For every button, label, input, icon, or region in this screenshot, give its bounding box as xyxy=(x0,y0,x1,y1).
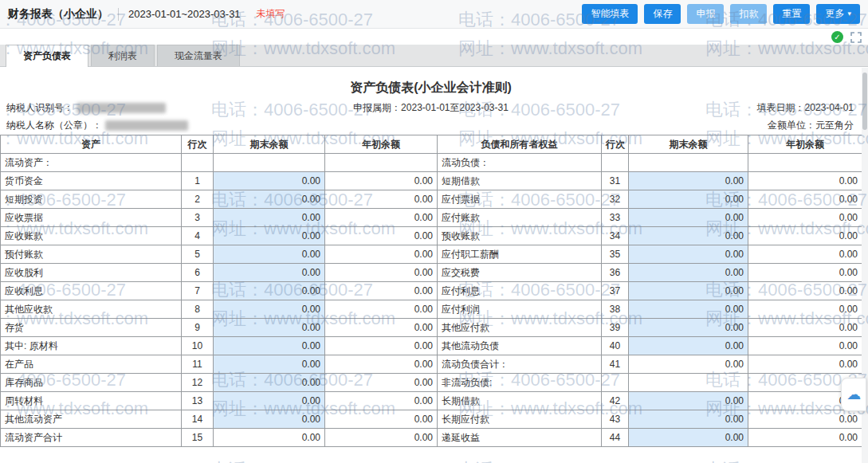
liability-line-number: 42 xyxy=(602,392,629,410)
asset-line-number: 7 xyxy=(182,282,214,300)
liability-line-number: 40 xyxy=(602,337,629,355)
declare-button[interactable]: 申报 xyxy=(687,4,724,24)
liability-ending-balance-cell[interactable]: 0.00 xyxy=(629,410,748,429)
asset-ending-balance-cell[interactable]: 0.00 xyxy=(214,245,325,264)
more-button[interactable]: 更多▾ xyxy=(816,4,860,24)
asset-name-cell: 短期投资 xyxy=(1,190,182,209)
liability-ending-balance-cell[interactable]: 0.00 xyxy=(629,300,748,319)
liability-name-cell: 流动负债： xyxy=(438,154,602,172)
table-row: 流动资产合计150.000.00递延收益440.000.00 xyxy=(1,429,862,447)
liability-name-cell: 其他流动负债 xyxy=(438,337,602,355)
table-row: 应收股利60.000.00应交税费360.000.00 xyxy=(1,264,862,282)
tab-income-statement[interactable]: 利润表 xyxy=(91,45,155,66)
liability-line-number: 31 xyxy=(602,172,629,190)
asset-line-number: 15 xyxy=(182,429,214,447)
table-row: 库存商品120.000.00非流动负债: xyxy=(1,374,862,392)
tab-balance-sheet[interactable]: 资产负债表 xyxy=(6,45,88,67)
liability-ending-balance-cell[interactable]: 0.00 xyxy=(629,209,748,227)
asset-beginning-balance-cell: 0.00 xyxy=(325,429,438,447)
table-row: 在产品110.000.00流动负债合计：410.000.00 xyxy=(1,355,862,374)
asset-ending-balance-cell[interactable]: 0.00 xyxy=(214,190,325,209)
liability-line-number: 35 xyxy=(602,245,629,264)
liability-ending-balance-cell[interactable]: 0.00 xyxy=(629,337,748,355)
asset-ending-balance-cell[interactable]: 0.00 xyxy=(214,172,325,190)
asset-ending-balance-cell[interactable]: 0.00 xyxy=(214,319,325,337)
asset-ending-balance-cell[interactable]: 0.00 xyxy=(214,227,325,245)
tab-cash-flow[interactable]: 现金流量表 xyxy=(157,45,240,66)
asset-name-cell: 在产品 xyxy=(1,355,182,374)
asset-beginning-balance-cell: 0.00 xyxy=(325,282,438,300)
asset-ending-balance-cell[interactable]: 0.00 xyxy=(214,337,325,355)
liability-name-cell: 应付利息 xyxy=(438,282,602,300)
asset-ending-balance-cell[interactable]: 0.00 xyxy=(214,282,325,300)
liability-ending-balance-cell[interactable]: 0.00 xyxy=(629,429,748,447)
liability-ending-balance-cell[interactable]: 0.00 xyxy=(629,282,748,300)
liability-name-cell: 非流动负债: xyxy=(438,374,602,392)
caret-down-icon: ▾ xyxy=(847,10,851,18)
liability-ending-balance-cell[interactable]: 0.00 xyxy=(629,392,748,410)
asset-ending-balance-cell[interactable]: 0.00 xyxy=(214,374,325,392)
table-body: 流动资产：流动负债：货币资金10.000.00短期借款310.000.00短期投… xyxy=(1,154,862,447)
asset-name-cell: 存货 xyxy=(1,319,182,337)
asset-beginning-balance-cell: 0.00 xyxy=(325,227,438,245)
asset-line-number: 10 xyxy=(182,337,214,355)
cloud-widget-button[interactable]: ☁ xyxy=(841,378,866,411)
asset-ending-balance-cell[interactable]: 0.00 xyxy=(214,300,325,319)
asset-ending-balance-cell[interactable]: 0.00 xyxy=(214,209,325,227)
liability-line-number: 33 xyxy=(602,209,629,227)
asset-name-cell: 应收利息 xyxy=(1,282,182,300)
table-row: 应收票据30.000.00应付账款330.000.00 xyxy=(1,209,862,227)
liability-name-cell: 应付账款 xyxy=(438,209,602,227)
fill-date: 填表日期：2023-04-01 xyxy=(757,101,854,115)
liability-name-cell: 长期应付款 xyxy=(438,410,602,429)
scrollbar-thumb[interactable] xyxy=(862,73,867,130)
asset-line-number xyxy=(182,154,214,172)
liability-name-cell: 应付利润 xyxy=(438,300,602,319)
asset-beginning-balance-cell: 0.00 xyxy=(325,172,438,190)
liability-name-cell: 长期借款 xyxy=(438,392,602,410)
liability-name-cell: 短期借款 xyxy=(438,172,602,190)
liability-ending-balance-cell[interactable]: 0.00 xyxy=(629,172,748,190)
asset-beginning-balance-cell: 0.00 xyxy=(325,319,438,337)
column-header: 年初余额 xyxy=(748,135,862,154)
column-header: 年初余额 xyxy=(325,135,438,154)
asset-name-cell: 周转材料 xyxy=(1,392,182,410)
liability-beginning-balance-cell: 0.00 xyxy=(748,190,862,209)
liability-ending-balance-cell[interactable]: 0.00 xyxy=(629,319,748,337)
table-row: 周转材料130.000.00长期借款420.000.00 xyxy=(1,392,862,410)
liability-ending-balance-cell[interactable]: 0.00 xyxy=(629,264,748,282)
liability-beginning-balance-cell: 0.00 xyxy=(748,300,862,319)
liability-ending-balance-cell xyxy=(629,374,748,392)
asset-ending-balance-cell[interactable]: 0.00 xyxy=(214,392,325,410)
validation-ok-icon: ✓ xyxy=(831,31,843,43)
asset-name-cell: 其他应收款 xyxy=(1,300,182,319)
liability-name-cell: 递延收益 xyxy=(438,429,602,447)
balance-sheet-table: 资产行次期末余额年初余额负债和所有者权益行次期末余额年初余额 流动资产：流动负债… xyxy=(0,135,862,447)
asset-beginning-balance-cell: 0.00 xyxy=(325,209,438,227)
liability-name-cell: 应付职工薪酬 xyxy=(438,245,602,264)
liability-line-number: 43 xyxy=(602,410,629,429)
asset-beginning-balance-cell: 0.00 xyxy=(325,374,438,392)
asset-ending-balance-cell[interactable]: 0.00 xyxy=(214,355,325,374)
column-header: 期末余额 xyxy=(214,135,325,154)
fullscreen-icon[interactable] xyxy=(850,32,862,43)
liability-name-cell: 应付票据 xyxy=(438,190,602,209)
asset-name-cell: 流动资产： xyxy=(1,154,182,172)
asset-beginning-balance-cell: 0.00 xyxy=(325,410,438,429)
reset-button[interactable]: 重置 xyxy=(773,4,810,24)
smart-fill-button[interactable]: 智能填表 xyxy=(582,4,638,24)
asset-ending-balance-cell xyxy=(214,154,325,172)
asset-beginning-balance-cell: 0.00 xyxy=(325,392,438,410)
save-button[interactable]: 保存 xyxy=(644,4,681,24)
liability-line-number: 36 xyxy=(602,264,629,282)
asset-beginning-balance-cell: 0.00 xyxy=(325,300,438,319)
liability-ending-balance-cell[interactable]: 0.00 xyxy=(629,227,748,245)
deduct-button[interactable]: 扣款 xyxy=(730,4,767,24)
asset-name-cell: 应收股利 xyxy=(1,264,182,282)
app-window: 财务报表（小企业） 2023-01-01~2023-03-31 未填写 智能填表… xyxy=(0,0,868,463)
liability-ending-balance-cell[interactable]: 0.00 xyxy=(629,245,748,264)
asset-ending-balance-cell[interactable]: 0.00 xyxy=(214,264,325,282)
liability-ending-balance-cell[interactable]: 0.00 xyxy=(629,190,748,209)
asset-ending-balance-cell[interactable]: 0.00 xyxy=(214,410,325,429)
column-header: 资产 xyxy=(1,135,182,154)
